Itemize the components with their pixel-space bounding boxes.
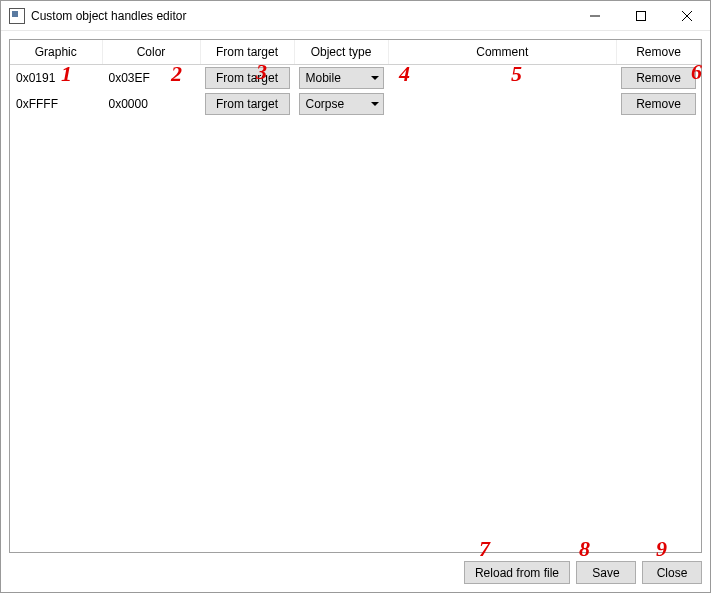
- graphic-cell[interactable]: 0x0191: [10, 64, 102, 91]
- remove-button[interactable]: Remove: [621, 67, 696, 89]
- close-window-button[interactable]: [664, 1, 710, 31]
- maximize-button[interactable]: [618, 1, 664, 31]
- chevron-down-icon: [371, 76, 379, 80]
- object-type-value: Mobile: [306, 71, 341, 85]
- col-header-color[interactable]: Color: [102, 40, 200, 64]
- object-type-select[interactable]: Corpse: [299, 93, 384, 115]
- app-icon: [9, 8, 25, 24]
- object-type-value: Corpse: [306, 97, 345, 111]
- header-row: Graphic Color From target Object type Co…: [10, 40, 701, 64]
- col-header-graphic[interactable]: Graphic: [10, 40, 102, 64]
- comment-cell[interactable]: [388, 64, 617, 91]
- remove-button[interactable]: Remove: [621, 93, 696, 115]
- col-header-object-type[interactable]: Object type: [294, 40, 388, 64]
- data-grid[interactable]: Graphic Color From target Object type Co…: [9, 39, 702, 553]
- close-button[interactable]: Close: [642, 561, 702, 584]
- save-button[interactable]: Save: [576, 561, 636, 584]
- from-target-cell: From target: [200, 91, 294, 117]
- comment-cell[interactable]: [388, 91, 617, 117]
- col-header-comment[interactable]: Comment: [388, 40, 617, 64]
- footer-buttons: Reload from file Save Close: [9, 553, 702, 584]
- object-type-cell: Mobile: [294, 64, 388, 91]
- window-title: Custom object handles editor: [31, 9, 572, 23]
- window-controls: [572, 1, 710, 31]
- svg-rect-1: [637, 11, 646, 20]
- chevron-down-icon: [371, 102, 379, 106]
- object-type-select[interactable]: Mobile: [299, 67, 384, 89]
- handles-table: Graphic Color From target Object type Co…: [10, 40, 701, 117]
- content-area: Graphic Color From target Object type Co…: [1, 31, 710, 592]
- color-cell[interactable]: 0x03EF: [102, 64, 200, 91]
- table-row: 0x0191 0x03EF From target Mobile Remove: [10, 64, 701, 91]
- from-target-button[interactable]: From target: [205, 67, 290, 89]
- titlebar: Custom object handles editor: [1, 1, 710, 31]
- from-target-button[interactable]: From target: [205, 93, 290, 115]
- graphic-cell[interactable]: 0xFFFF: [10, 91, 102, 117]
- from-target-cell: From target: [200, 64, 294, 91]
- col-header-remove[interactable]: Remove: [617, 40, 701, 64]
- minimize-button[interactable]: [572, 1, 618, 31]
- remove-cell: Remove: [617, 91, 701, 117]
- object-type-cell: Corpse: [294, 91, 388, 117]
- remove-cell: Remove: [617, 64, 701, 91]
- col-header-from-target[interactable]: From target: [200, 40, 294, 64]
- color-cell[interactable]: 0x0000: [102, 91, 200, 117]
- table-row: 0xFFFF 0x0000 From target Corpse Remove: [10, 91, 701, 117]
- reload-button[interactable]: Reload from file: [464, 561, 570, 584]
